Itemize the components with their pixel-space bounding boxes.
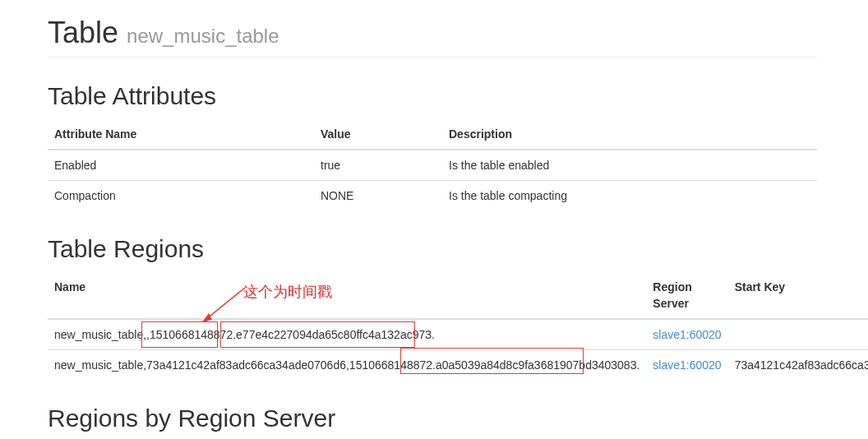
region-server-cell: slave1:60020 [646, 349, 727, 380]
col-attr-value: Value [314, 119, 442, 150]
attr-value: NONE [314, 180, 442, 210]
regions-wrapper: Name Region Server Start Key En new_musi… [48, 272, 817, 380]
by-server-heading: Regions by Region Server [48, 404, 817, 432]
col-attr-desc: Description [442, 119, 817, 150]
region-name: new_music_table,73a4121c42af83adc66ca34a… [48, 349, 646, 380]
col-start-key: Start Key [728, 272, 868, 319]
attr-name: Compaction [48, 180, 314, 210]
attr-desc: Is the table compacting [442, 180, 817, 210]
title-sub: new_music_table [127, 25, 279, 47]
attr-name: Enabled [48, 150, 314, 181]
region-server-link[interactable]: slave1:60020 [653, 358, 721, 372]
region-server-cell: slave1:60020 [646, 319, 727, 350]
region-name: new_music_table,,1510668148872.e77e4c227… [48, 319, 646, 350]
table-row: Enabled true Is the table enabled [48, 150, 817, 181]
title-main: Table [48, 16, 118, 49]
table-row: new_music_table,,1510668148872.e77e4c227… [48, 319, 868, 350]
attributes-table: Attribute Name Value Description Enabled… [48, 119, 817, 210]
regions-table: Name Region Server Start Key En new_musi… [48, 272, 868, 380]
col-region-server: Region Server [646, 272, 727, 319]
table-row: new_music_table,73a4121c42af83adc66ca34a… [48, 349, 868, 380]
region-server-link[interactable]: slave1:60020 [653, 328, 721, 341]
attr-value: true [314, 150, 442, 181]
regions-heading: Table Regions [48, 235, 817, 262]
table-header-row: Name Region Server Start Key En [48, 272, 868, 319]
table-row: Compaction NONE Is the table compacting [48, 180, 817, 210]
attr-desc: Is the table enabled [442, 150, 817, 181]
start-key: 73a4121c42af83adc66ca34ade0706d6 [728, 349, 868, 380]
table-header-row: Attribute Name Value Description [48, 119, 817, 150]
page-title: Table new_music_table [48, 16, 817, 49]
attributes-heading: Table Attributes [48, 82, 817, 109]
col-attr-name: Attribute Name [48, 119, 314, 150]
page-header: Table new_music_table [48, 0, 817, 58]
col-region-name: Name [48, 272, 646, 319]
start-key [728, 319, 868, 350]
